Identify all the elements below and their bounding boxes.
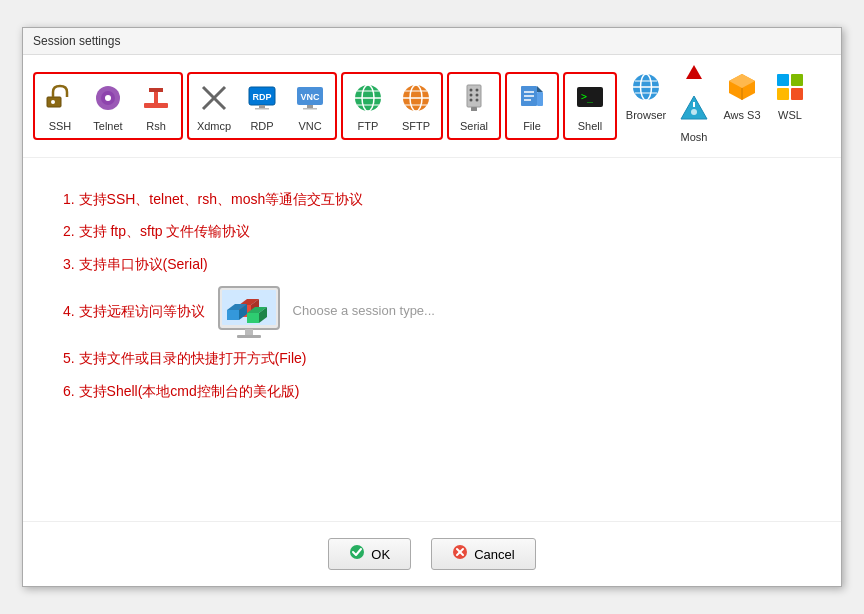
tool-rsh[interactable]: Rsh [133,76,179,136]
tool-sftp[interactable]: SFTP [393,76,439,136]
feature-list: 1. 支持SSH、telnet、rsh、mosh等通信交互协议 2. 支持 ft… [63,188,801,402]
svg-point-34 [476,93,479,96]
tool-mosh[interactable]: Mosh [671,87,717,147]
svg-rect-63 [237,335,261,338]
tool-xdmcp[interactable]: Xdmcp [191,76,237,136]
svg-point-1 [51,100,55,104]
serial-icon [459,83,489,118]
awss3-label: Aws S3 [723,109,760,122]
tool-shell[interactable]: >_ Shell [567,76,613,136]
svg-text:RDP: RDP [252,92,271,102]
serial-label: Serial [460,120,488,133]
svg-text:>_: >_ [581,91,594,103]
awss3-icon [727,72,757,107]
content-area: 1. 支持SSH、telnet、rsh、mosh等通信交互协议 2. 支持 ft… [23,158,841,521]
mosh-label: Mosh [681,131,708,144]
session-settings-dialog: Session settings SSH [22,27,842,587]
group-ssh-telnet-rsh: SSH Telnet [33,72,183,140]
rsh-label: Rsh [146,120,166,133]
dialog-title: Session settings [33,34,120,48]
ok-button[interactable]: OK [328,538,411,570]
rdp-icon: RDP [247,83,277,118]
telnet-icon [93,83,123,118]
svg-rect-16 [307,105,313,108]
svg-point-35 [470,98,473,101]
feature-5-text: 5. 支持文件或目录的快捷打开方式(File) [63,350,306,366]
xdmcp-icon [199,83,229,118]
rdp-label: RDP [250,120,273,133]
feature-2-text: 2. 支持 ftp、sftp 文件传输协议 [63,223,251,239]
svg-rect-57 [791,74,803,86]
group-ftp-sftp: FTP SFTP [341,72,443,140]
svg-rect-70 [247,313,259,323]
browser-icon [631,72,661,107]
feature-4-text: 4. 支持远程访问等协议 [63,300,205,322]
group-shell: >_ Shell [563,72,617,140]
browser-label: Browser [626,109,666,122]
sftp-label: SFTP [402,120,430,133]
telnet-label: Telnet [93,120,122,133]
mosh-arrow [686,65,702,79]
shell-label: Shell [578,120,602,133]
tool-browser[interactable]: Browser [623,65,669,125]
svg-text:VNC: VNC [300,92,320,102]
sftp-icon [401,83,431,118]
svg-rect-13 [255,108,269,110]
svg-point-33 [470,93,473,96]
dialog-footer: OK Cancel [23,521,841,586]
vnc-icon: VNC [295,83,325,118]
tool-telnet[interactable]: Telnet [85,76,131,136]
wsl-icon [775,72,805,107]
svg-rect-39 [537,92,543,106]
group-serial: Serial [447,72,501,140]
tool-wsl[interactable]: WSL [767,65,813,125]
placeholder-text: Choose a session type... [293,301,435,322]
tool-file[interactable]: File [509,76,555,136]
monitor-with-blocks [217,285,281,337]
ftp-icon [353,83,383,118]
toolbar: SSH Telnet [23,55,841,158]
feature-2: 2. 支持 ftp、sftp 文件传输协议 [63,220,801,242]
group-xdmcp-rdp-vnc: Xdmcp RDP RDP [187,72,337,140]
svg-rect-67 [227,310,239,320]
feature-6: 6. 支持Shell(本地cmd控制台的美化版) [63,380,801,402]
feature-3: 3. 支持串口协议(Serial) [63,253,801,275]
svg-point-51 [691,109,697,115]
feature-1-text: 1. 支持SSH、telnet、rsh、mosh等通信交互协议 [63,191,363,207]
xdmcp-label: Xdmcp [197,120,231,133]
svg-rect-58 [777,88,789,100]
vnc-label: VNC [298,120,321,133]
title-bar: Session settings [23,28,841,55]
tool-vnc[interactable]: VNC VNC [287,76,333,136]
cancel-button[interactable]: Cancel [431,538,535,570]
ftp-label: FTP [358,120,379,133]
rsh-icon [141,83,171,118]
mosh-icon [679,94,709,129]
svg-point-31 [470,88,473,91]
shell-icon: >_ [575,83,605,118]
group-others: Browser Mosh [621,63,815,149]
ok-label: OK [371,547,390,562]
tool-ftp[interactable]: FTP [345,76,391,136]
tool-ssh[interactable]: SSH [37,76,83,136]
tool-rdp[interactable]: RDP RDP [239,76,285,136]
svg-marker-50 [681,96,707,119]
ssh-icon [45,83,75,118]
feature-3-text: 3. 支持串口协议(Serial) [63,256,208,272]
file-icon [517,83,547,118]
svg-rect-12 [259,105,265,108]
feature-5: 5. 支持文件或目录的快捷打开方式(File) [63,347,801,369]
feature-6-text: 6. 支持Shell(本地cmd控制台的美化版) [63,383,299,399]
svg-point-36 [476,98,479,101]
tool-serial[interactable]: Serial [451,76,497,136]
svg-rect-30 [471,107,477,111]
svg-marker-7 [149,88,163,92]
svg-rect-56 [777,74,789,86]
tool-awss3[interactable]: Aws S3 [719,65,765,125]
group-file: File [505,72,559,140]
file-label: File [523,120,541,133]
svg-rect-29 [467,85,481,107]
svg-point-32 [476,88,479,91]
svg-rect-59 [791,88,803,100]
svg-rect-17 [303,108,317,110]
